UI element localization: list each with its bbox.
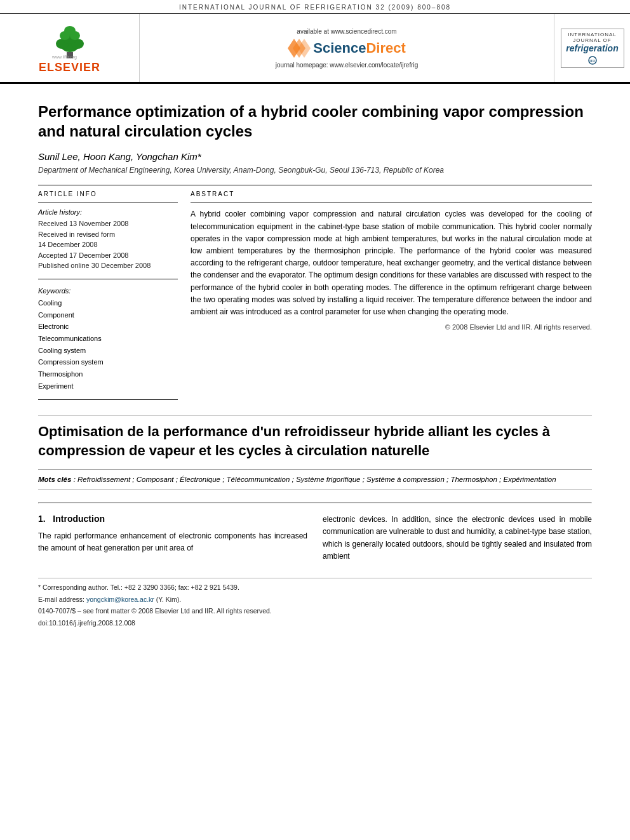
abstract-text: A hybrid cooler combining vapor compress…	[191, 208, 592, 318]
elsevier-tree-icon: www.iifiir.org	[44, 22, 95, 60]
sciencedirect-logo: ScienceDirect	[288, 39, 406, 58]
abstract-label: ABSTRACT	[191, 190, 592, 197]
authors: Sunil Lee, Hoon Kang, Yongchan Kim*	[38, 151, 592, 162]
divider-1	[38, 185, 592, 185]
divider-end-keywords	[38, 399, 178, 400]
elsevier-logo-section: www.iifiir.org ELSEVIER	[0, 14, 140, 82]
sciencedirect-wordmark: ScienceDirect	[313, 40, 406, 57]
refrig-logo-box: INTERNATIONAL JOURNAL OF refrigeration I…	[561, 29, 624, 68]
refrig-emblem-icon: IIR	[586, 56, 599, 65]
divider-abstract	[191, 203, 592, 203]
sciencedirect-icon	[288, 39, 311, 58]
affiliation: Department of Mechanical Engineering, Ko…	[38, 166, 592, 175]
page-wrapper: INTERNATIONAL JOURNAL OF REFRIGERATION 3…	[0, 0, 630, 643]
sciencedirect-section: available at www.sciencedirect.com Scien…	[140, 14, 554, 82]
journal-homepage-url: journal homepage: www.elsevier.com/locat…	[276, 62, 419, 69]
section-heading: Introduction	[53, 514, 105, 524]
section-title: 1. Introduction	[38, 514, 307, 524]
keyword-cooling: Cooling	[38, 297, 178, 309]
svg-text:IIR: IIR	[589, 58, 596, 63]
main-content: Performance optimization of a hybrid coo…	[0, 84, 630, 643]
article-info-column: ARTICLE INFO Article history: Received 1…	[38, 190, 178, 405]
keyword-component: Component	[38, 309, 178, 321]
authors-text: Sunil Lee, Hoon Kang, Yongchan Kim*	[38, 151, 201, 162]
keyword-compression-system: Compression system	[38, 356, 178, 368]
article-history-label: Article history:	[38, 208, 178, 216]
keyword-electronic: Electronic	[38, 321, 178, 333]
keyword-experiment: Experiment	[38, 380, 178, 392]
divider-keywords	[38, 279, 178, 279]
keywords-label: Keywords:	[38, 287, 178, 295]
article-title: Performance optimization of a hybrid coo…	[38, 102, 592, 141]
mots-cles-label: Mots clés	[38, 476, 71, 483]
refrigeration-journal-logo: INTERNATIONAL JOURNAL OF refrigeration I…	[554, 14, 630, 82]
section-number: 1.	[38, 514, 46, 524]
received-1: Received 13 November 2008	[38, 218, 178, 229]
available-url: available at www.sciencedirect.com	[297, 28, 396, 35]
header-logos: www.iifiir.org ELSEVIER available at www…	[0, 14, 630, 84]
copyright: © 2008 Elsevier Ltd and IIR. All rights …	[191, 323, 592, 331]
body-col-right: electronic devices. In addition, since t…	[323, 514, 592, 563]
refrig-header-text: INTERNATIONAL JOURNAL OF	[565, 32, 620, 43]
intro-divider	[38, 502, 592, 503]
intro-col2-text: electronic devices. In addition, since t…	[323, 514, 592, 563]
accepted: Accepted 17 December 2008	[38, 250, 178, 261]
email-line: E-mail address: yongckim@korea.ac.kr (Y.…	[38, 594, 592, 605]
body-columns: 1. Introduction The rapid performance en…	[38, 514, 592, 563]
article-info-abstract: ARTICLE INFO Article history: Received 1…	[38, 190, 592, 405]
divider-info	[38, 203, 178, 203]
mots-cles-text: Refroidissement ; Composant ; Électroniq…	[77, 476, 556, 483]
article-info-label: ARTICLE INFO	[38, 190, 178, 197]
email-link[interactable]: yongckim@korea.ac.kr	[86, 596, 154, 603]
intro-col1-text: The rapid performance enhancement of ele…	[38, 530, 307, 554]
corresponding-author: * Corresponding author. Tel.: +82 2 3290…	[38, 582, 592, 593]
keyword-cooling-system: Cooling system	[38, 345, 178, 357]
published: Published online 30 December 2008	[38, 260, 178, 271]
elsevier-wordmark: ELSEVIER	[39, 61, 100, 74]
journal-title: INTERNATIONAL JOURNAL OF REFRIGERATION 3…	[179, 4, 451, 11]
abstract-column: ABSTRACT A hybrid cooler combining vapor…	[191, 190, 592, 405]
doi-line: doi:10.1016/j.ijrefrig.2008.12.008	[38, 618, 592, 629]
keyword-thermosiphon: Thermosiphon	[38, 368, 178, 380]
french-keywords: Mots clés : Refroidissement ; Composant …	[38, 469, 592, 490]
french-title-section: Optimisation de la performance d'un refr…	[38, 415, 592, 490]
license-line: 0140-7007/$ – see front matter © 2008 El…	[38, 606, 592, 617]
refrig-name-text: refrigeration	[565, 43, 620, 53]
french-title: Optimisation de la performance d'un refr…	[38, 422, 592, 460]
journal-bar: INTERNATIONAL JOURNAL OF REFRIGERATION 3…	[0, 0, 630, 14]
received-2: Received in revised form	[38, 229, 178, 240]
svg-point-7	[64, 26, 76, 35]
svg-text:www.iifiir.org: www.iifiir.org	[51, 55, 77, 60]
keyword-telecommunications: Telecommunications	[38, 333, 178, 345]
email-label: E-mail address:	[38, 596, 84, 603]
footer-notes: * Corresponding author. Tel.: +82 2 3290…	[38, 578, 592, 629]
received-2b: 14 December 2008	[38, 239, 178, 250]
email-suffix: (Y. Kim).	[156, 596, 181, 603]
refrig-icons: IIR	[565, 56, 620, 65]
body-col-left: 1. Introduction The rapid performance en…	[38, 514, 307, 563]
